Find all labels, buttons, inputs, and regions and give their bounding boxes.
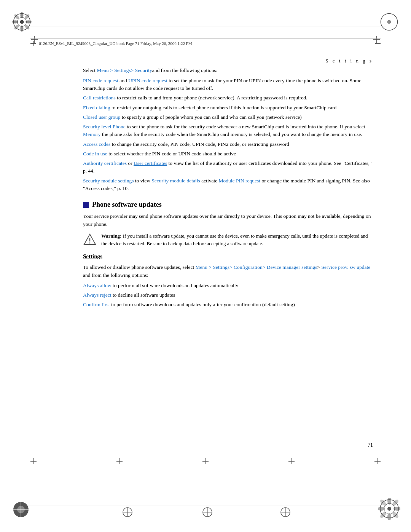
svg-point-43 <box>391 511 399 519</box>
option-sl-body2: the phone asks for the security code whe… <box>101 131 362 137</box>
option-closed-body: to specify a group of people whom you ca… <box>120 114 301 120</box>
link-service-prov[interactable]: Service prov. sw update <box>321 264 370 270</box>
header-crosshair-right <box>375 41 381 46</box>
warning-body: If you install a software update, you ca… <box>101 233 368 246</box>
link-user-certs[interactable]: User certificates <box>134 160 167 166</box>
svg-point-42 <box>379 498 387 506</box>
corner-tl <box>11 11 32 34</box>
option-access-codes: Access codes to change the security code… <box>83 141 373 148</box>
option-ac-or: or <box>127 160 134 166</box>
intro-paragraph: Select Menu > Settings> Securityand from… <box>83 67 373 75</box>
link-menu-settings[interactable]: Menu > Settings> <box>196 264 233 270</box>
svg-point-9 <box>24 14 30 20</box>
link-confirm-first[interactable]: Confirm first <box>83 302 110 307</box>
section-heading-text: Phone software updates <box>92 201 162 209</box>
link-security-module-details[interactable]: Security module details <box>151 178 200 184</box>
warning-icon <box>83 233 97 247</box>
intro-menu-link[interactable]: Menu > Settings> Security <box>97 67 152 73</box>
corner-bl <box>11 500 30 521</box>
dec-marker-center <box>202 458 209 464</box>
border-right <box>386 27 386 505</box>
header-line: 6126.EN_ESv1_BIL_9249003_Cingular_UG.boo… <box>30 38 381 48</box>
header-area: 6126.EN_ESv1_BIL_9249003_Cingular_UG.boo… <box>30 38 381 48</box>
option-pin-code: PIN code request and UPIN code request t… <box>83 77 373 93</box>
svg-point-5 <box>12 21 18 24</box>
dec-marker-center-right <box>288 458 295 464</box>
link-authority-certs[interactable]: Authority certificates <box>83 160 127 166</box>
svg-point-21 <box>89 243 91 244</box>
intro-suffix: and from the following options: <box>152 67 218 73</box>
option-always-allow: Always allow to perform all software dow… <box>83 282 373 289</box>
option-always-reject: Always reject to decline all software up… <box>83 291 373 299</box>
link-fixed-dialing[interactable]: Fixed dialing <box>83 105 110 110</box>
option-authority-certificates: Authority certificates or User certifica… <box>83 160 373 175</box>
warning-box: Warning: If you install a software updat… <box>83 232 373 247</box>
option-confirm-first: Confirm first to perform software downlo… <box>83 301 373 308</box>
phone-software-intro: Your service provider may send phone sof… <box>83 212 373 228</box>
option-pin-and: and <box>118 78 128 83</box>
svg-point-45 <box>379 511 387 519</box>
bottom-dec-line <box>30 456 381 464</box>
header-crosshair-left <box>30 41 36 46</box>
option-sm-body1: to view <box>134 178 151 184</box>
corner-tr <box>379 11 400 34</box>
option-call-body: to restrict calls to and from your phone… <box>116 95 307 101</box>
link-upin-code-request[interactable]: UPIN code request <box>128 78 167 83</box>
section-heading-phone-software: Phone software updates <box>83 201 373 209</box>
settings-and: and from the following options: <box>83 272 148 278</box>
link-closed-user-group[interactable]: Closed user group <box>83 114 120 120</box>
header-file-info: 6126.EN_ESv1_BIL_9249003_Cingular_UG.boo… <box>39 41 372 46</box>
corner-bc-right <box>280 506 291 519</box>
option-security-module: Security module settings to view Securit… <box>83 177 373 193</box>
corner-bc-center <box>202 506 213 519</box>
option-ar-body: to decline all software updates <box>112 292 175 298</box>
dec-marker-left <box>30 458 37 464</box>
svg-point-6 <box>25 21 32 24</box>
link-always-allow[interactable]: Always allow <box>83 283 112 288</box>
link-call-restrictions[interactable]: Call restrictions <box>83 95 116 101</box>
svg-point-37 <box>387 507 391 511</box>
corner-br <box>378 498 400 521</box>
link-phone[interactable]: Phone <box>113 124 126 129</box>
option-cf-body: to perform software downloads and update… <box>110 302 295 307</box>
link-pin-code-request[interactable]: PIN code request <box>83 78 118 83</box>
link-security-module-settings[interactable]: Security module settings <box>83 178 134 184</box>
option-fixed-dialing: Fixed dialing to restrict your outgoing … <box>83 104 373 112</box>
dec-marker-right <box>374 458 381 464</box>
settings-sub-heading: Settings <box>83 253 373 260</box>
intro-select: Select <box>83 67 97 73</box>
link-configuration[interactable]: Configuration> Device manager settings <box>234 264 317 270</box>
option-fixed-body: to restrict your outgoing calls to selec… <box>110 105 337 110</box>
link-memory[interactable]: Memory <box>83 131 101 137</box>
link-access-codes[interactable]: Access codes <box>83 141 110 147</box>
settings-intro-text: To allowed or disallow phone software up… <box>83 264 196 270</box>
option-aa-body: to perform all software downloads and up… <box>112 283 239 288</box>
link-code-in-use[interactable]: Code in use <box>83 151 107 157</box>
settings-arrow: > <box>317 264 321 270</box>
border-left <box>25 27 25 505</box>
link-security-level[interactable]: Security level <box>83 124 112 129</box>
warning-text: Warning: If you install a software updat… <box>101 232 373 247</box>
svg-point-2 <box>20 20 24 24</box>
link-always-reject[interactable]: Always reject <box>83 292 112 298</box>
page-number: 71 <box>368 442 373 448</box>
option-sm-activate: activate <box>200 178 219 184</box>
settings-intro-paragraph: To allowed or disallow phone software up… <box>83 264 373 280</box>
link-module-pin-request[interactable]: Module PIN request <box>219 178 260 184</box>
svg-point-4 <box>21 26 24 32</box>
svg-point-3 <box>21 12 24 18</box>
option-ciu-body: to select whether the PIN code or UPIN c… <box>107 151 236 157</box>
main-content: Select Menu > Settings> Securityand from… <box>83 67 373 311</box>
option-call-restrictions: Call restrictions to restrict calls to a… <box>83 94 373 102</box>
page-title: S e t t i n g s <box>325 58 373 64</box>
option-security-level: Security level Phone to set the phone to… <box>83 123 373 139</box>
svg-point-10 <box>14 24 20 30</box>
dec-marker-center-left <box>116 458 123 464</box>
option-sl-body1: to set the phone to ask for the security… <box>126 124 365 129</box>
corner-bc-left <box>122 506 133 519</box>
warning-label: Warning: <box>101 233 121 239</box>
svg-point-7 <box>14 14 20 20</box>
border-top <box>25 27 386 27</box>
page-container: 6126.EN_ESv1_BIL_9249003_Cingular_UG.boo… <box>0 0 411 532</box>
option-ac-body: to change the security code, PIN code, U… <box>110 141 289 147</box>
